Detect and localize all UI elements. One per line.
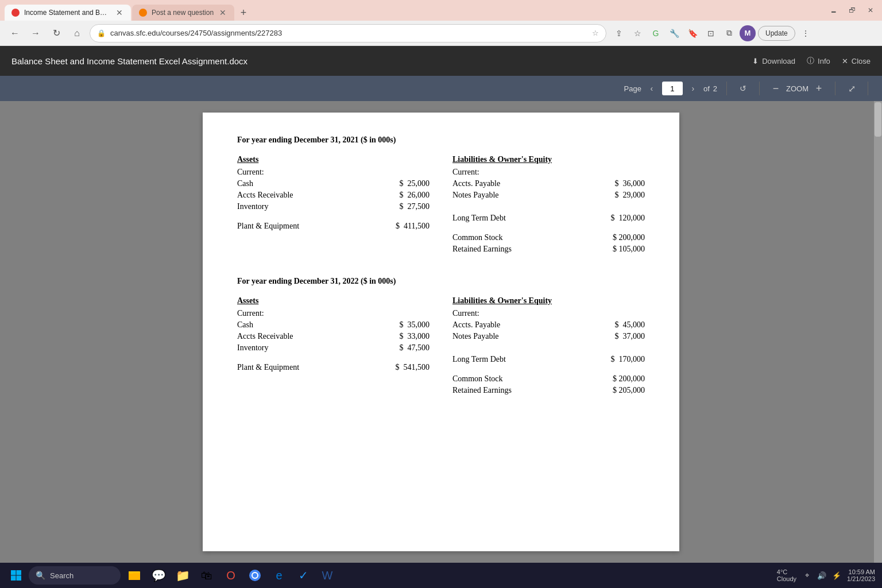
download-button[interactable]: ⬇ Download xyxy=(752,57,795,65)
inventory-label-2022: Inventory xyxy=(237,343,329,353)
liabilities-header-2021: Liabilities & Owner's Equity xyxy=(452,155,645,164)
common-stock-label-2021: Common Stock xyxy=(452,233,544,242)
url-bar[interactable]: 🔒 canvas.sfc.edu/courses/24750/assignmen… xyxy=(90,24,606,42)
cash-label-2022: Cash xyxy=(237,320,329,330)
tray-network-icon[interactable]: ⌖ xyxy=(801,570,813,581)
svg-rect-5 xyxy=(129,573,140,580)
fullscreen-button[interactable]: ⤢ xyxy=(845,82,858,95)
tray-battery-icon[interactable]: ⚡ xyxy=(831,570,842,581)
extension-icon-2[interactable]: 🔧 xyxy=(666,25,682,41)
taskbar-store-icon[interactable]: 🛍 xyxy=(196,565,217,586)
pdf-content: For year ending December 31, 2021 ($ in … xyxy=(0,101,882,563)
profile-button[interactable]: M xyxy=(740,25,756,41)
svg-rect-0 xyxy=(11,570,16,575)
info-button[interactable]: ⓘ Info xyxy=(807,56,830,66)
taskbar-teams-icon[interactable]: 💬 xyxy=(148,565,169,586)
start-button[interactable] xyxy=(7,566,25,585)
notes-payable-label-2021: Notes Payable xyxy=(452,191,544,200)
next-page-button[interactable]: › xyxy=(686,82,700,95)
taskbar-tick-icon[interactable]: ✓ xyxy=(293,565,314,586)
tab-label-1: Income Statement and Balance S xyxy=(24,9,110,17)
taskbar-word-icon[interactable]: W xyxy=(317,565,338,586)
accts-payable-label-2022: Accts. Payable xyxy=(452,320,544,330)
reload-button[interactable]: ↻ xyxy=(48,25,64,41)
close-icon: ✕ xyxy=(842,57,848,65)
new-tab-button[interactable]: + xyxy=(235,5,252,21)
home-button[interactable]: ⌂ xyxy=(69,25,85,41)
weather-info: 4°C Cloudy xyxy=(777,568,796,582)
taskbar-right: 4°C Cloudy ⌖ 🔊 ⚡ 10:59 AM 1/21/2023 xyxy=(777,568,875,582)
retained-earnings-label-2021: Retained Earnings xyxy=(452,245,544,254)
tab-favicon-1 xyxy=(11,9,20,17)
liabilities-header-2022: Liabilities & Owner's Equity xyxy=(452,296,645,305)
clock[interactable]: 10:59 AM 1/21/2023 xyxy=(847,568,875,582)
tab-close-2[interactable]: ✕ xyxy=(218,8,227,17)
retained-earnings-value-2021: $ 105,000 xyxy=(613,245,645,254)
bookmark-icon[interactable]: ☆ xyxy=(629,25,645,41)
retained-earnings-item-2022: Retained Earnings $ 205,000 xyxy=(452,386,645,395)
refresh-button[interactable]: ↺ xyxy=(736,82,750,95)
long-term-debt-item-2021: Long Term Debt $ 120,000 xyxy=(452,214,645,223)
notes-payable-label-2022: Notes Payable xyxy=(452,332,544,341)
balance-grid-2021: Assets Current: Cash $ 25,000 Accts Rece… xyxy=(237,155,645,256)
url-bar-icons: ☆ xyxy=(592,29,599,37)
section-title-2021: For year ending December 31, 2021 ($ in … xyxy=(237,136,645,145)
inventory-item-2021: Inventory $ 27,500 xyxy=(237,202,430,211)
cash-value-2022: $ 35,000 xyxy=(400,320,430,330)
toolbar-divider-3 xyxy=(835,82,835,95)
notes-payable-value-2022: $ 37,000 xyxy=(615,332,645,341)
long-term-debt-value-2022: $ 170,000 xyxy=(611,355,645,364)
cash-item-2022: Cash $ 35,000 xyxy=(237,320,430,330)
close-button[interactable]: ✕ xyxy=(864,3,877,17)
extension-icon-1[interactable]: G xyxy=(648,25,664,41)
close-pdf-button[interactable]: ✕ Close xyxy=(842,57,871,65)
taskbar-edge-icon[interactable]: e xyxy=(269,565,289,586)
page-number-input[interactable]: 1 xyxy=(662,82,683,95)
restore-button[interactable]: 🗗 xyxy=(845,3,859,17)
retained-earnings-item-2021: Retained Earnings $ 105,000 xyxy=(452,245,645,254)
tab-income-statement[interactable]: Income Statement and Balance S ✕ xyxy=(5,5,131,21)
taskbar-files-icon[interactable]: 📁 xyxy=(172,565,193,586)
taskbar-pinned-apps: 💬 📁 🛍 O e ✓ W xyxy=(124,565,338,586)
tab-post-question[interactable]: Post a new question ✕ xyxy=(132,5,234,21)
prev-page-button[interactable]: ‹ xyxy=(645,82,659,95)
taskbar-search[interactable]: 🔍 Search xyxy=(29,566,121,585)
plant-equipment-item-2021: Plant & Equipment $ 411,500 xyxy=(237,222,430,231)
long-term-debt-label-2022: Long Term Debt xyxy=(452,355,544,364)
forward-button[interactable]: → xyxy=(28,25,44,41)
notes-payable-item-2022: Notes Payable $ 37,000 xyxy=(452,332,645,341)
plant-equipment-value-2021: $ 411,500 xyxy=(396,222,430,231)
minimize-button[interactable]: 🗕 xyxy=(827,3,841,17)
zoom-in-button[interactable]: + xyxy=(812,82,826,95)
notes-payable-item-2021: Notes Payable $ 29,000 xyxy=(452,191,645,200)
taskbar-office-icon[interactable]: O xyxy=(220,565,241,586)
tab-close-1[interactable]: ✕ xyxy=(115,8,124,17)
scrollbar-thumb[interactable] xyxy=(875,102,881,137)
zoom-out-button[interactable]: − xyxy=(769,82,783,95)
common-stock-item-2022: Common Stock $ 200,000 xyxy=(452,374,645,384)
window-controls: 🗕 🗗 ✕ xyxy=(827,3,877,17)
cash-item-2021: Cash $ 25,000 xyxy=(237,179,430,188)
section-title-2022: For year ending December 31, 2022 ($ in … xyxy=(237,277,645,286)
taskbar-chrome-icon[interactable] xyxy=(245,565,265,586)
assets-column-2022: Assets Current: Cash $ 35,000 Accts Rece… xyxy=(237,296,430,397)
download-label: Download xyxy=(762,57,795,65)
page-label: Page xyxy=(624,84,641,93)
update-button[interactable]: Update xyxy=(758,26,795,41)
long-term-debt-label-2021: Long Term Debt xyxy=(452,214,544,223)
share-icon[interactable]: ⇪ xyxy=(611,25,627,41)
scrollbar[interactable] xyxy=(874,101,882,563)
taskbar: 🔍 Search 💬 📁 🛍 O e ✓ W 4°C Cloud xyxy=(0,563,882,588)
split-icon[interactable]: ⧉ xyxy=(721,25,737,41)
assets-subheader-2022: Current: xyxy=(237,309,430,318)
common-stock-value-2022: $ 200,000 xyxy=(613,374,645,384)
common-stock-label-2022: Common Stock xyxy=(452,374,544,384)
more-options-icon[interactable]: ⋮ xyxy=(798,25,814,41)
taskbar-explorer-icon[interactable] xyxy=(124,565,145,586)
svg-rect-2 xyxy=(11,576,16,581)
sidebar-icon[interactable]: ⊡ xyxy=(703,25,719,41)
close-label: Close xyxy=(852,57,871,65)
back-button[interactable]: ← xyxy=(7,25,23,41)
tray-volume-icon[interactable]: 🔊 xyxy=(816,570,827,581)
extension-icon-3[interactable]: 🔖 xyxy=(684,25,701,41)
